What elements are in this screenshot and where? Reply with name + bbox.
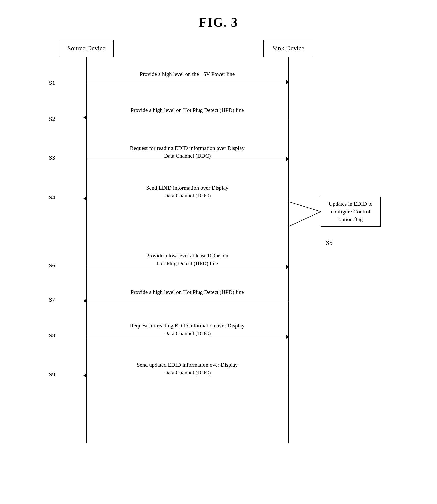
sink-device-label: Sink Device bbox=[272, 45, 304, 52]
s9-label: Send updated EDID information over Displ… bbox=[86, 361, 288, 377]
s1-label: Provide a high level on the +5V Power li… bbox=[86, 71, 288, 77]
step-s1-label: S1 bbox=[49, 80, 55, 86]
s7-arrow-line bbox=[86, 301, 288, 301]
s5-note-box: Updates in EDID to configure Control opt… bbox=[321, 197, 381, 227]
s2-label: Provide a high level on Hot Plug Detect … bbox=[86, 107, 288, 113]
step-s4-label: S4 bbox=[49, 194, 55, 201]
s8-label: Request for reading EDID information ove… bbox=[86, 322, 288, 337]
s5-label: S5 bbox=[326, 239, 332, 247]
step-s3-label: S3 bbox=[49, 154, 55, 161]
s2-arrow-line bbox=[86, 118, 288, 118]
s1-arrow-line bbox=[86, 82, 288, 82]
s4-label: Send EDID information over Display Data … bbox=[86, 184, 288, 200]
step-s6-label: S6 bbox=[49, 262, 55, 269]
sink-device-box: Sink Device bbox=[263, 40, 313, 57]
s1-arrowhead-right bbox=[286, 80, 289, 84]
svg-line-0 bbox=[288, 202, 321, 212]
diagram: Source Device Sink Device S1 Provide a h… bbox=[44, 40, 393, 463]
s6-label: Provide a low level at least 100ms on Ho… bbox=[86, 252, 288, 267]
source-lifeline bbox=[86, 57, 87, 443]
s7-label: Provide a high level on Hot Plug Detect … bbox=[86, 289, 288, 295]
svg-line-1 bbox=[288, 212, 321, 227]
step-s2-label: S2 bbox=[49, 116, 55, 122]
page-title: FIG. 3 bbox=[0, 0, 437, 40]
s3-label: Request for reading EDID information ove… bbox=[86, 144, 288, 160]
s2-arrowhead-left bbox=[83, 116, 86, 120]
s9-arrowhead-left bbox=[83, 374, 86, 378]
source-device-label: Source Device bbox=[67, 45, 105, 52]
step-s7-label: S7 bbox=[49, 296, 55, 303]
s7-arrowhead-left bbox=[83, 299, 86, 303]
step-s9-label: S9 bbox=[49, 371, 55, 378]
sink-lifeline bbox=[288, 57, 289, 443]
step-s8-label: S8 bbox=[49, 332, 55, 339]
s4-arrowhead-left bbox=[83, 197, 86, 201]
source-device-box: Source Device bbox=[59, 40, 114, 57]
